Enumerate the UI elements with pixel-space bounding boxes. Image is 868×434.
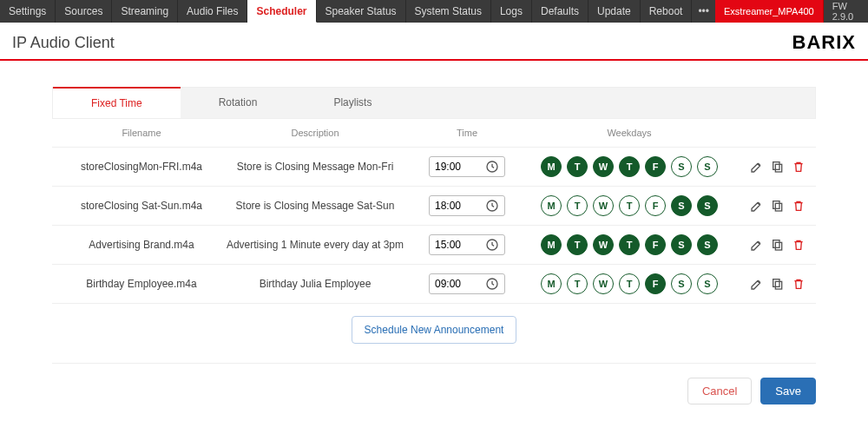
table-row: storeClosingMon-FRI.m4aStore is Closing … (52, 148, 816, 187)
copy-icon[interactable] (771, 238, 785, 252)
day-toggle[interactable]: T (619, 273, 640, 294)
cell-actions (731, 199, 809, 213)
time-input-wrap[interactable] (429, 234, 505, 255)
day-toggle[interactable]: M (541, 273, 562, 294)
day-toggle[interactable]: T (567, 195, 588, 216)
clock-icon (485, 160, 499, 174)
delete-icon[interactable] (792, 199, 806, 213)
day-toggle[interactable]: W (593, 195, 614, 216)
day-toggle[interactable]: F (645, 273, 666, 294)
content-area: Fixed TimeRotationPlaylists Filename Des… (0, 61, 868, 422)
time-input[interactable] (435, 239, 473, 251)
cell-time (406, 156, 528, 177)
table-row: storeClosing Sat-Sun.m4aStore is Closing… (52, 187, 816, 226)
day-toggle[interactable]: M (541, 195, 562, 216)
day-toggle[interactable]: S (697, 273, 718, 294)
day-toggle[interactable]: W (593, 156, 614, 177)
time-input[interactable] (435, 278, 473, 290)
day-toggle[interactable]: M (541, 234, 562, 255)
save-button[interactable]: Save (760, 378, 816, 404)
copy-icon[interactable] (771, 160, 785, 174)
edit-icon[interactable] (750, 160, 764, 174)
nav-more[interactable]: ••• (692, 0, 715, 23)
cell-filename: storeClosing Sat-Sun.m4a (59, 200, 224, 212)
day-toggle[interactable]: T (567, 156, 588, 177)
nav-tab-settings[interactable]: Settings (0, 0, 56, 23)
cell-filename: Birthday Employee.m4a (59, 278, 224, 290)
clock-icon (485, 277, 499, 291)
edit-icon[interactable] (750, 238, 764, 252)
day-toggle[interactable]: W (593, 273, 614, 294)
day-toggle[interactable]: S (697, 234, 718, 255)
nav-tab-audio-files[interactable]: Audio Files (178, 0, 247, 23)
schedule-new-button[interactable]: Schedule New Announcement (352, 316, 517, 344)
clock-icon (485, 238, 499, 252)
copy-icon[interactable] (771, 199, 785, 213)
nav-tab-streaming[interactable]: Streaming (112, 0, 178, 23)
cell-time (406, 195, 528, 216)
time-input[interactable] (435, 161, 473, 173)
day-toggle[interactable]: S (671, 273, 692, 294)
subtab-rotation[interactable]: Rotation (181, 88, 296, 118)
cell-time (406, 273, 528, 294)
day-toggle[interactable]: W (593, 234, 614, 255)
day-toggle[interactable]: F (645, 195, 666, 216)
nav-tab-logs[interactable]: Logs (491, 0, 532, 23)
nav-tab-system-status[interactable]: System Status (406, 0, 491, 23)
day-toggle[interactable]: S (671, 195, 692, 216)
top-nav: SettingsSourcesStreamingAudio FilesSched… (0, 0, 868, 23)
day-toggle[interactable]: T (567, 273, 588, 294)
clock-icon (485, 199, 499, 213)
edit-icon[interactable] (750, 277, 764, 291)
day-toggle[interactable]: S (671, 234, 692, 255)
col-description: Description (224, 128, 406, 138)
cell-filename: Advertising Brand.m4a (59, 239, 224, 251)
day-toggle[interactable]: T (567, 234, 588, 255)
cell-actions (731, 238, 809, 252)
cancel-button[interactable]: Cancel (687, 378, 752, 404)
cell-description: Store is Closing Message Sat-Sun (224, 200, 406, 212)
day-toggle[interactable]: M (541, 156, 562, 177)
day-toggle[interactable]: S (671, 156, 692, 177)
cell-weekdays: MTWTFSS (528, 234, 731, 255)
time-input[interactable] (435, 200, 473, 212)
nav-tab-reboot[interactable]: Reboot (641, 0, 693, 23)
col-filename: Filename (59, 128, 224, 138)
title-bar: IP Audio Client BARIX (0, 23, 868, 61)
day-toggle[interactable]: S (697, 156, 718, 177)
device-badge: Exstreamer_MPA400 (715, 0, 824, 23)
subtab-fixed-time[interactable]: Fixed Time (53, 87, 181, 118)
day-toggle[interactable]: F (645, 234, 666, 255)
page-title: IP Audio Client (12, 34, 115, 52)
nav-tab-update[interactable]: Update (589, 0, 641, 23)
col-weekdays: Weekdays (528, 128, 731, 138)
table-header: Filename Description Time Weekdays (52, 119, 816, 148)
delete-icon[interactable] (792, 238, 806, 252)
subtab-playlists[interactable]: Playlists (295, 88, 410, 118)
cell-weekdays: MTWTFSS (528, 156, 731, 177)
cell-filename: storeClosingMon-FRI.m4a (59, 161, 224, 173)
scheduler-subtabs: Fixed TimeRotationPlaylists (52, 87, 816, 119)
day-toggle[interactable]: T (619, 234, 640, 255)
cell-time (406, 234, 528, 255)
time-input-wrap[interactable] (429, 156, 505, 177)
day-toggle[interactable]: T (619, 156, 640, 177)
nav-tab-sources[interactable]: Sources (56, 0, 112, 23)
day-toggle[interactable]: F (645, 156, 666, 177)
brand-logo: BARIX (792, 31, 856, 54)
day-toggle[interactable]: S (697, 195, 718, 216)
copy-icon[interactable] (771, 277, 785, 291)
edit-icon[interactable] (750, 199, 764, 213)
cell-weekdays: MTWTFSS (528, 195, 731, 216)
nav-tab-scheduler[interactable]: Scheduler (247, 0, 316, 23)
cell-actions (731, 160, 809, 174)
day-toggle[interactable]: T (619, 195, 640, 216)
cell-actions (731, 277, 809, 291)
delete-icon[interactable] (792, 277, 806, 291)
nav-tab-speaker-status[interactable]: Speaker Status (317, 0, 406, 23)
delete-icon[interactable] (792, 160, 806, 174)
nav-tab-defaults[interactable]: Defaults (532, 0, 589, 23)
time-input-wrap[interactable] (429, 273, 505, 294)
footer-actions: Cancel Save (52, 363, 816, 404)
time-input-wrap[interactable] (429, 195, 505, 216)
